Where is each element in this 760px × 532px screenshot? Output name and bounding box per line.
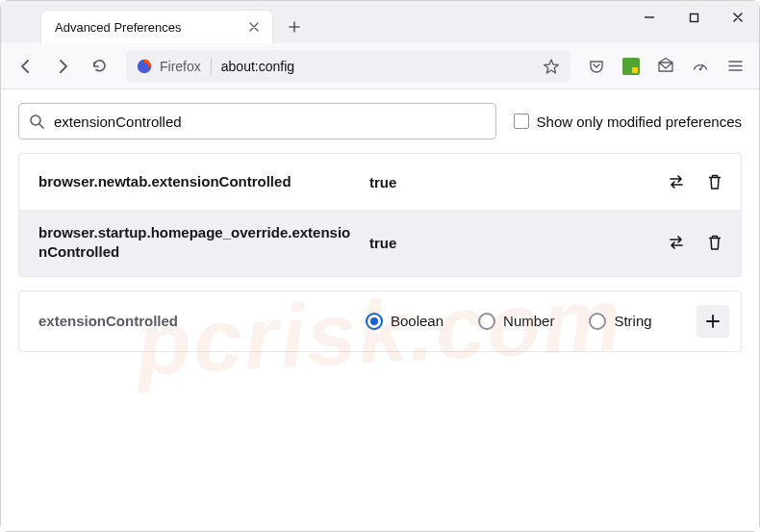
- show-modified-checkbox[interactable]: Show only modified preferences: [514, 114, 742, 130]
- pref-actions: [662, 228, 729, 257]
- maximize-button[interactable]: [671, 0, 716, 35]
- radio-dot-icon: [478, 313, 495, 330]
- menu-button[interactable]: [721, 52, 749, 81]
- toolbar: Firefox: [1, 43, 759, 89]
- firefox-icon: [137, 59, 152, 74]
- minimize-button[interactable]: [627, 0, 671, 35]
- search-icon: [29, 114, 44, 129]
- pref-name: browser.newtab.extensionControlled: [38, 172, 356, 191]
- toggle-button[interactable]: [662, 228, 691, 257]
- pref-name: browser.startup.homepage_override.extens…: [38, 223, 356, 263]
- pref-row[interactable]: browser.startup.homepage_override.extens…: [19, 210, 741, 276]
- add-button[interactable]: [697, 305, 729, 338]
- tab-title: Advanced Preferences: [55, 20, 245, 35]
- radio-boolean[interactable]: Boolean: [366, 313, 443, 330]
- radio-dot-icon: [366, 313, 383, 330]
- close-window-button[interactable]: [716, 0, 760, 35]
- svg-rect-0: [690, 13, 697, 21]
- search-input[interactable]: [54, 114, 486, 130]
- add-preference-row: extensionControlled Boolean Number Strin…: [18, 291, 742, 352]
- close-tab-icon[interactable]: [245, 18, 263, 36]
- show-modified-label: Show only modified preferences: [537, 114, 742, 130]
- radio-number[interactable]: Number: [478, 313, 554, 330]
- radio-label: String: [614, 313, 651, 329]
- radio-string[interactable]: String: [589, 313, 651, 330]
- inbox-icon[interactable]: [651, 52, 680, 81]
- search-box[interactable]: [18, 103, 496, 139]
- pref-value: true: [369, 174, 648, 190]
- identity-box[interactable]: Firefox: [137, 59, 201, 74]
- browser-window: Advanced Preferences Firefox: [0, 0, 760, 532]
- about-config-content: Show only modified preferences browser.n…: [1, 89, 759, 531]
- dashboard-icon[interactable]: [686, 52, 715, 81]
- radio-label: Boolean: [391, 313, 443, 329]
- preferences-list: browser.newtab.extensionControlled true …: [18, 153, 742, 277]
- new-pref-name: extensionControlled: [38, 313, 337, 329]
- tab-active[interactable]: Advanced Preferences: [41, 11, 272, 43]
- extension-icon[interactable]: [617, 52, 646, 81]
- delete-button[interactable]: [700, 167, 729, 196]
- identity-label: Firefox: [160, 59, 201, 74]
- search-row: Show only modified preferences: [18, 103, 742, 139]
- pocket-icon[interactable]: [582, 52, 611, 81]
- urlbar-separator: [211, 58, 212, 75]
- type-radio-group: Boolean Number String: [366, 313, 668, 330]
- radio-dot-icon: [589, 313, 606, 330]
- bookmark-star-icon[interactable]: [543, 58, 560, 75]
- toggle-button[interactable]: [662, 167, 691, 196]
- pref-actions: [662, 167, 729, 196]
- pref-value: true: [369, 235, 648, 251]
- reload-button[interactable]: [84, 51, 114, 82]
- checkbox-icon: [514, 114, 529, 129]
- url-input[interactable]: [221, 59, 533, 74]
- pref-row[interactable]: browser.newtab.extensionControlled true: [19, 154, 741, 210]
- forward-button[interactable]: [47, 51, 78, 82]
- new-tab-button[interactable]: [280, 13, 309, 41]
- delete-button[interactable]: [700, 228, 729, 257]
- url-bar[interactable]: Firefox: [126, 50, 570, 83]
- window-controls: [627, 0, 760, 42]
- radio-label: Number: [503, 313, 554, 329]
- back-button[interactable]: [11, 51, 41, 82]
